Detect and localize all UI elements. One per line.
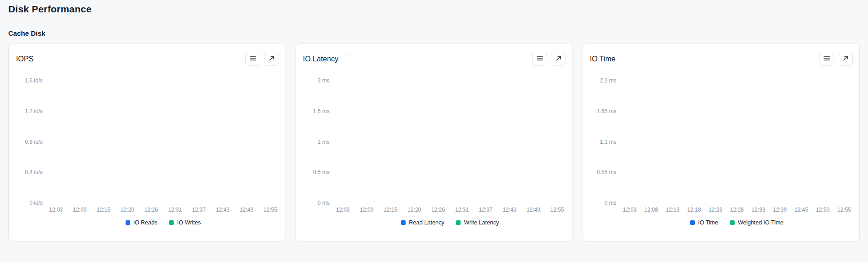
x-tick-label: 12:15 [97, 207, 110, 213]
section-title: Cache Disk [8, 29, 860, 37]
x-axis: 12:0312:0912:1512:2012:2612:3112:3712:43… [49, 207, 277, 213]
x-tick-label: 12:23 [709, 207, 722, 213]
chart-menu-button[interactable] [819, 53, 834, 66]
legend-item[interactable]: Read Latency [401, 219, 444, 226]
x-tick-label: 12:20 [407, 207, 421, 213]
chart-actions [245, 53, 279, 66]
x-tick-label: 12:50 [816, 207, 830, 213]
info-icon[interactable] [621, 55, 629, 63]
y-tick-label: 1.2 io/s [11, 108, 43, 115]
plot[interactable] [336, 81, 564, 203]
legend-item[interactable]: Write Latency [456, 219, 499, 226]
legend-label: IO Time [698, 219, 718, 226]
legend-label: IO Reads [133, 219, 158, 226]
x-tick-label: 12:18 [687, 207, 701, 213]
legend-item[interactable]: IO Writes [169, 219, 201, 226]
y-tick-label: 0 io/s [11, 199, 43, 207]
chart-menu-button[interactable] [245, 53, 260, 66]
charts-row: IOPS 1.6 io/s1.2 io/s0.8 io/s0.4 io/s0 i… [8, 44, 860, 241]
chart-area[interactable]: 2.2 ms1.65 ms1.1 ms0.55 ms0 ms 12:0312:0… [582, 74, 859, 226]
y-tick-label: 1.6 io/s [11, 77, 43, 84]
y-tick-label: 1.65 ms [584, 108, 616, 115]
y-tick-label: 0.4 io/s [11, 169, 43, 176]
y-tick-label: 0 ms [584, 199, 616, 207]
x-tick-label: 12:09 [360, 207, 374, 213]
chart-expand-button[interactable] [551, 53, 566, 66]
x-tick-label: 12:49 [240, 207, 253, 213]
legend-swatch [169, 220, 174, 225]
legend-swatch [730, 220, 735, 225]
x-tick-label: 12:33 [752, 207, 765, 213]
x-tick-label: 12:03 [49, 207, 63, 213]
x-tick-label: 12:55 [837, 207, 851, 213]
legend: IO ReadsIO Writes [49, 219, 277, 226]
y-axis: 2 ms1.5 ms1 ms0.5 ms0 ms [296, 74, 335, 212]
x-tick-label: 12:31 [455, 207, 469, 213]
legend-item[interactable]: IO Reads [126, 219, 158, 226]
chart-card-header: IO Time [582, 44, 859, 74]
legend-swatch [690, 220, 695, 225]
x-axis: 12:0312:0812:1312:1812:2312:2812:3312:39… [623, 207, 851, 213]
chart-title: IO Latency [303, 55, 338, 63]
plot[interactable] [623, 81, 851, 203]
legend-item[interactable]: IO Time [690, 219, 718, 226]
legend-label: IO Writes [177, 219, 201, 226]
menu-icon [250, 55, 256, 62]
y-tick-label: 0 ms [297, 199, 330, 207]
x-tick-label: 12:43 [216, 207, 230, 213]
x-tick-label: 12:15 [384, 207, 397, 213]
legend: Read LatencyWrite Latency [336, 219, 564, 226]
legend-item[interactable]: Weighted IO Time [730, 219, 784, 226]
y-tick-label: 1 ms [297, 138, 330, 146]
x-tick-label: 12:03 [336, 207, 350, 213]
legend-swatch [456, 220, 461, 225]
arrow-up-right-icon [843, 55, 848, 62]
chart-area[interactable]: 1.6 io/s1.2 io/s0.8 io/s0.4 io/s0 io/s 1… [9, 74, 286, 226]
legend-swatch [401, 220, 406, 225]
x-tick-label: 12:39 [773, 207, 787, 213]
chart-card-header: IOPS [9, 44, 286, 74]
x-axis: 12:0312:0912:1512:2012:2612:3112:3712:43… [336, 207, 564, 213]
y-tick-label: 2 ms [297, 77, 330, 84]
arrow-up-right-icon [269, 55, 275, 62]
x-tick-label: 12:09 [73, 207, 87, 213]
chart-area[interactable]: 2 ms1.5 ms1 ms0.5 ms0 ms 12:0312:0912:15… [296, 74, 572, 226]
legend-label: Weighted IO Time [738, 219, 784, 226]
x-tick-label: 12:55 [550, 207, 564, 213]
chart-card-iops: IOPS 1.6 io/s1.2 io/s0.8 io/s0.4 io/s0 i… [8, 44, 286, 241]
y-axis: 2.2 ms1.65 ms1.1 ms0.55 ms0 ms [582, 74, 622, 212]
legend-label: Read Latency [409, 219, 444, 226]
x-tick-label: 12:26 [431, 207, 445, 213]
menu-icon [824, 55, 830, 62]
x-tick-label: 12:26 [144, 207, 158, 213]
area-chart [49, 81, 277, 203]
y-tick-label: 0.8 io/s [11, 138, 43, 146]
x-tick-label: 12:28 [730, 207, 744, 213]
info-icon[interactable] [38, 55, 47, 63]
plot[interactable] [49, 81, 277, 203]
x-tick-label: 12:45 [794, 207, 808, 213]
area-chart [336, 81, 564, 203]
x-tick-label: 12:20 [121, 207, 134, 213]
x-tick-label: 12:13 [666, 207, 680, 213]
x-tick-label: 12:49 [527, 207, 540, 213]
info-icon[interactable] [343, 55, 352, 63]
x-tick-label: 12:03 [623, 207, 637, 213]
chart-menu-button[interactable] [532, 53, 547, 66]
chart-card-header: IO Latency [296, 44, 572, 74]
x-tick-label: 12:55 [264, 207, 277, 213]
x-tick-label: 12:37 [479, 207, 493, 213]
menu-icon [537, 55, 543, 62]
chart-title: IO Time [590, 55, 615, 63]
chart-expand-button[interactable] [264, 53, 279, 66]
arrow-up-right-icon [556, 55, 561, 62]
legend-label: Write Latency [464, 219, 499, 226]
chart-actions [532, 53, 566, 66]
y-tick-label: 1.5 ms [297, 108, 330, 115]
chart-expand-button[interactable] [838, 53, 853, 66]
area-chart [623, 81, 851, 203]
chart-card-io-time: IO Time 2.2 ms1.65 ms1.1 ms0.55 ms0 ms 1… [582, 44, 860, 241]
chart-card-io-latency: IO Latency 2 ms1.5 ms1 ms0.5 ms0 ms 12:0… [295, 44, 573, 241]
chart-title: IOPS [16, 55, 33, 63]
x-tick-label: 12:43 [503, 207, 516, 213]
